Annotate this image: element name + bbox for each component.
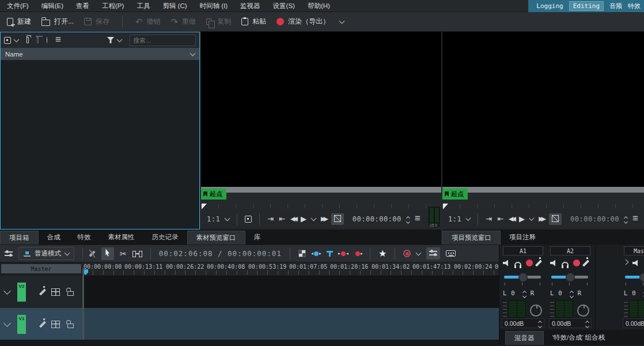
solo-icon[interactable] [514,262,521,266]
zoom-chevron-icon[interactable] [225,215,230,221]
clip-monitor-ruler[interactable]: 起点 [201,193,441,210]
menu-file[interactable]: 文件(F) [7,2,29,10]
track-effects-icon[interactable] [39,321,46,328]
track-config-icon[interactable] [5,250,13,257]
redo-button[interactable]: ↷重做 [171,17,196,27]
play-chevron-icon[interactable] [529,215,534,220]
volume-dial[interactable] [577,304,589,317]
track-header-v1[interactable]: V1 [0,308,82,340]
set-zone-in-icon[interactable] [267,215,274,223]
overwrite-zone-icon[interactable] [327,251,333,257]
zoom-level[interactable]: 1:1 [448,215,461,223]
pan-slider[interactable] [625,276,644,279]
mixer-toggle-button[interactable] [426,247,440,260]
balance-spinner[interactable] [523,289,526,298]
record-icon[interactable] [526,260,533,266]
menu-edit[interactable]: 编辑(E) [41,2,63,10]
tab-undo-history[interactable]: 历史记录 [143,231,187,244]
master-track-button[interactable]: Master [1,264,81,273]
balance-value[interactable]: 0 [511,289,514,296]
preview-render-chevron-icon[interactable] [416,250,422,255]
layout-editing[interactable]: Editing [569,1,604,11]
channel-effects-icon[interactable] [535,260,542,266]
tab-project-monitor[interactable]: 项目预览窗口 [442,231,501,245]
lock-track-icon[interactable] [67,291,74,296]
tag-icon[interactable] [47,37,47,43]
copy-button[interactable]: 复制 [206,17,231,27]
gain-field[interactable]: 0.00dB [549,318,592,328]
subtitle-keyboard-icon[interactable] [446,250,456,257]
monitor-timecode[interactable]: 00:00:00:00 [570,215,619,223]
delete-icon[interactable] [37,37,39,43]
add-clip-button[interactable] [4,37,18,44]
menu-project[interactable]: 工程(P) [102,2,124,10]
save-button[interactable]: 保存 [84,17,109,27]
tab-clip-properties[interactable]: 素材属性 [100,231,143,244]
create-folder-icon[interactable] [26,37,29,43]
render-button[interactable]: 渲染（导出） [276,17,329,27]
bin-name-column-header[interactable]: Name [1,48,199,60]
pan-knob[interactable] [518,273,528,282]
mute-icon[interactable] [632,260,639,266]
fast-forward-icon[interactable] [321,215,326,223]
tab-project-bin[interactable]: 项目箱 [0,231,39,245]
record-icon[interactable] [573,260,580,266]
track-badge[interactable]: V2 [17,283,26,302]
collapse-track-icon[interactable] [3,287,11,295]
insert-zone-icon[interactable] [314,251,319,256]
fast-forward-icon[interactable] [539,215,544,223]
new-button[interactable]: 新建 [7,17,31,27]
zone-mode-button[interactable] [331,213,344,225]
preview-render-icon[interactable] [403,250,411,257]
collapse-mixer-icon[interactable] [623,260,629,265]
gain-spinner[interactable] [539,319,541,328]
selection-tool-button[interactable] [101,247,114,260]
balance-value[interactable]: 0 [558,289,562,296]
tab-project-notes[interactable]: 项目注释 [501,231,544,244]
menu-tools[interactable]: 工具 [137,2,150,10]
gain-spinner[interactable] [586,319,589,328]
gain-field[interactable]: 0.00dB [623,318,644,328]
mute-icon[interactable] [550,260,557,266]
track-header-v2[interactable]: V2 [0,276,82,308]
pan-knob[interactable] [639,273,644,282]
lock-track-icon[interactable] [67,324,74,328]
show-thumbnails-icon[interactable] [51,288,60,296]
layout-logging[interactable]: Logging [536,2,563,10]
project-monitor-ruler[interactable]: 起点 [442,193,644,210]
menu-clip[interactable]: 剪辑 (C) [162,2,187,10]
show-thumbnails-icon[interactable] [51,321,60,328]
menu-monitor[interactable]: 监视器 [240,2,260,10]
monitor-menu-icon[interactable] [632,216,638,223]
render-chevron-down-icon[interactable] [339,18,345,24]
balance-spinner[interactable] [570,289,573,298]
play-chevron-icon[interactable] [310,215,316,221]
tab-mixer[interactable]: 混音器 [505,331,544,345]
pan-slider[interactable] [551,276,588,279]
menu-timeline[interactable]: 时间轴 (I) [200,2,228,10]
set-zone-out-icon[interactable] [497,215,503,223]
play-icon[interactable] [519,215,525,223]
pan-slider[interactable] [504,276,541,279]
balance-value[interactable]: 0 [632,289,635,296]
timecode-spinner[interactable] [407,215,410,223]
tab-library[interactable]: 库 [245,231,270,244]
timecode-spinner[interactable] [624,215,627,223]
timeline-ruler[interactable]: 00:00:00:00 00:00:13:11 00:00:26:22 00:0… [82,262,499,275]
lift-zone-icon[interactable] [355,251,360,256]
layout-effects[interactable]: 特效 [628,2,641,10]
mute-icon[interactable] [503,260,510,266]
favorite-effects-icon[interactable] [378,248,387,259]
zone-mode-button[interactable] [549,213,562,225]
bin-view-menu-icon[interactable] [55,37,61,44]
open-button[interactable]: 打开... [41,17,74,27]
project-monitor-scrollbar[interactable] [442,187,644,193]
menu-help[interactable]: 帮助(H) [308,2,330,10]
tab-clip-monitor[interactable]: 素材预览窗口 [187,231,245,245]
filter-button[interactable] [107,37,122,43]
solo-icon[interactable] [562,262,569,266]
menu-settings[interactable]: 设置(S) [273,2,295,10]
track-effects-icon[interactable] [39,288,46,295]
volume-dial[interactable] [530,304,542,317]
zoom-chevron-icon[interactable] [466,215,471,220]
